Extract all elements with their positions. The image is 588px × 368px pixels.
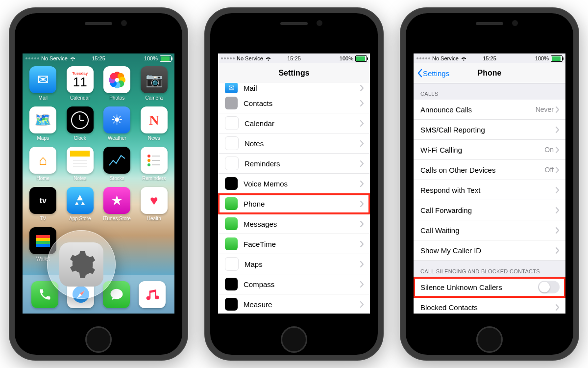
messages-icon <box>225 217 238 230</box>
chevron-right-icon <box>360 241 364 247</box>
settings-row-measure[interactable]: Measure <box>218 294 370 314</box>
chevron-right-icon <box>556 187 560 193</box>
row-blocked-contacts[interactable]: Blocked Contacts <box>414 297 565 314</box>
settings-row-mail[interactable]: ✉︎Mail <box>218 83 370 93</box>
app-home[interactable]: ⌂Home <box>26 147 60 181</box>
row-show-my-caller-id[interactable]: Show My Caller ID <box>414 240 565 261</box>
app-itunes[interactable]: ★iTunes Store <box>100 187 134 221</box>
chevron-right-icon <box>360 140 364 147</box>
row-silence-unknown-callers[interactable]: Silence Unknown Callers <box>414 277 565 297</box>
row-calls-on-other-devices[interactable]: Calls on Other DevicesOff <box>414 160 565 180</box>
settings-row-notes[interactable]: Notes <box>218 133 370 154</box>
app-appstore[interactable]: App Store <box>64 187 97 221</box>
chevron-right-icon <box>360 160 364 167</box>
row-call-forwarding[interactable]: Call Forwarding <box>414 200 565 220</box>
chevron-right-icon <box>360 221 364 227</box>
app-camera[interactable]: 📷Camera <box>138 66 171 101</box>
chevron-right-icon <box>556 247 560 254</box>
svg-rect-23 <box>36 238 50 241</box>
magnified-settings[interactable] <box>47 230 116 299</box>
row-respond-with-text[interactable]: Respond with Text <box>414 180 565 200</box>
contacts-icon <box>225 97 238 109</box>
chevron-right-icon <box>360 281 364 288</box>
settings-row-contacts[interactable]: Contacts <box>218 93 370 113</box>
svg-point-16 <box>147 155 150 158</box>
settings-row-facetime[interactable]: FaceTime <box>218 234 370 254</box>
settings-row-phone[interactable]: Phone <box>218 194 370 214</box>
app-stocks[interactable]: Stocks <box>100 147 134 181</box>
row-call-waiting[interactable]: Call Waiting <box>414 220 565 240</box>
app-maps[interactable]: 🗺️Maps <box>26 106 60 141</box>
app-health[interactable]: ♥︎Health <box>138 187 171 221</box>
page-title: Settings <box>278 69 309 78</box>
chevron-right-icon <box>556 167 560 173</box>
app-calendar[interactable]: Tuesday11Calendar <box>64 66 97 101</box>
chevron-right-icon <box>360 85 364 91</box>
app-clock[interactable]: Clock <box>64 106 97 141</box>
svg-rect-11 <box>70 151 90 157</box>
settings-row-messages[interactable]: Messages <box>218 214 370 234</box>
svg-rect-24 <box>36 241 50 244</box>
page-title: Phone <box>478 69 502 78</box>
back-button[interactable]: Settings <box>416 69 449 78</box>
chevron-right-icon <box>360 301 364 308</box>
settings-list[interactable]: ✉︎MailContactsCalendarNotesRemindersVoic… <box>218 83 370 314</box>
svg-rect-22 <box>36 235 50 238</box>
measure-icon <box>225 298 238 311</box>
mail-icon: ✉︎ <box>225 83 238 94</box>
phone-phone-settings: No Service 15:25 100% Settings Phone CAL… <box>400 7 579 361</box>
status-bar: No Service 15:25 100% <box>414 53 565 63</box>
calendar-icon <box>225 116 239 130</box>
home-button[interactable] <box>476 326 503 353</box>
chevron-right-icon <box>556 147 560 153</box>
chevron-right-icon <box>360 120 364 127</box>
phone-home: No Service 15:25 100% ✉︎Mail Tuesday11Ca… <box>9 7 188 361</box>
section-silencing: CALL SILENCING AND BLOCKED CONTACTS <box>414 261 565 277</box>
home-button[interactable] <box>85 326 112 353</box>
home-grid: ✉︎Mail Tuesday11Calendar Photos 📷Camera … <box>23 63 174 262</box>
svg-point-7 <box>110 73 117 79</box>
app-photos[interactable]: Photos <box>100 66 134 101</box>
maps-icon <box>225 257 239 271</box>
chevron-right-icon <box>556 227 560 234</box>
app-tv[interactable]: tvTV <box>26 187 60 221</box>
section-calls: CALLS <box>414 83 565 100</box>
compass-icon <box>225 278 238 290</box>
home-button[interactable] <box>281 326 307 353</box>
row-announce-calls[interactable]: Announce CallsNever <box>414 100 565 120</box>
settings-icon[interactable] <box>59 242 103 287</box>
app-weather[interactable]: ☀︎Weather <box>100 106 134 141</box>
chevron-right-icon <box>556 304 560 311</box>
row-sms-call-reporting[interactable]: SMS/Call Reporting <box>414 120 565 140</box>
app-mail[interactable]: ✉︎Mail <box>26 66 60 101</box>
settings-row-maps[interactable]: Maps <box>218 254 370 274</box>
navbar: Settings <box>218 63 370 83</box>
dock-music[interactable] <box>139 281 166 308</box>
phone-settings-list[interactable]: CALLSAnnounce CallsNeverSMS/Call Reporti… <box>414 83 565 314</box>
app-notes[interactable]: Notes <box>64 147 97 181</box>
toggle[interactable] <box>538 281 560 293</box>
app-reminders[interactable]: Reminders <box>138 147 171 181</box>
svg-point-18 <box>147 163 150 166</box>
reminders-icon <box>225 157 239 170</box>
settings-row-voice-memos[interactable]: Voice Memos <box>218 174 370 194</box>
chevron-right-icon <box>360 261 364 267</box>
voicememo-icon <box>225 177 238 190</box>
status-bar: No Service 15:25 100% <box>23 53 174 63</box>
phone-icon <box>225 197 238 210</box>
chevron-right-icon <box>556 106 560 113</box>
clock: 15:25 <box>92 55 105 61</box>
settings-row-reminders[interactable]: Reminders <box>218 154 370 174</box>
chevron-right-icon <box>360 201 364 207</box>
svg-rect-25 <box>36 244 50 247</box>
chevron-right-icon <box>360 181 364 187</box>
app-news[interactable]: NNews <box>138 106 171 141</box>
chevron-right-icon <box>556 207 560 213</box>
svg-point-17 <box>147 159 150 162</box>
navbar: Settings Phone <box>414 63 565 83</box>
row-wi-fi-calling[interactable]: Wi-Fi CallingOn <box>414 140 565 160</box>
settings-row-compass[interactable]: Compass <box>218 274 370 294</box>
settings-row-calendar[interactable]: Calendar <box>218 113 370 133</box>
status-bar: No Service 15:25 100% <box>218 53 370 63</box>
chevron-right-icon <box>360 100 364 106</box>
